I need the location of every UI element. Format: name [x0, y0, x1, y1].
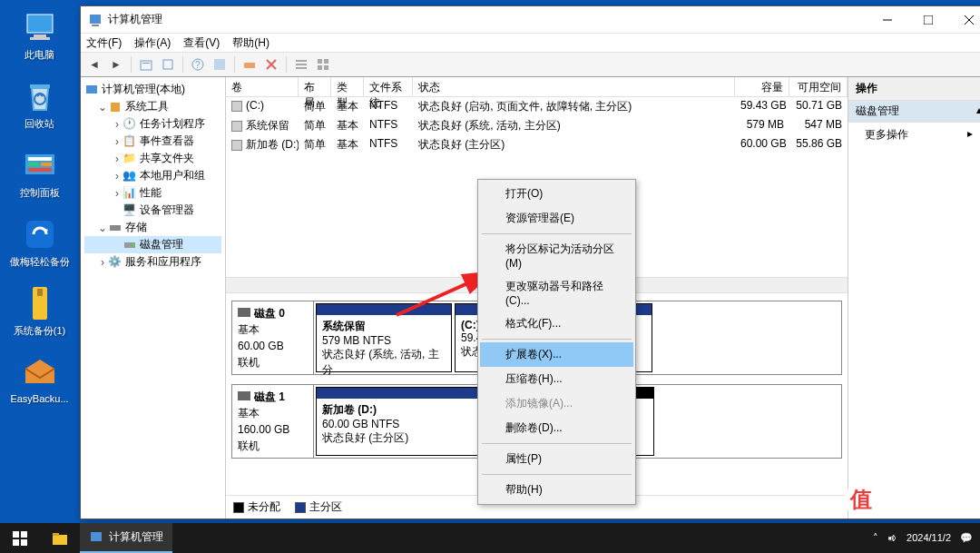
refresh-button[interactable]: [158, 54, 178, 74]
menubar: 文件(F) 操作(A) 查看(V) 帮助(H): [81, 34, 980, 52]
tree-eventviewer[interactable]: ›📋事件查看器: [84, 133, 221, 150]
desktop-icons: 此电脑 回收站 控制面板 傲梅轻松备份 系统备份(1) EasyBacku...: [5, 9, 74, 420]
col-capacity[interactable]: 容量: [735, 77, 789, 96]
svg-rect-44: [21, 539, 27, 546]
context-menu-item[interactable]: 资源管理器(E): [480, 206, 633, 231]
menu-view[interactable]: 查看(V): [183, 35, 220, 51]
svg-rect-2: [30, 37, 50, 40]
svg-rect-13: [90, 15, 101, 24]
partition[interactable]: 新加卷 (D:)60.00 GB NTFS状态良好 (主分区): [316, 387, 479, 456]
tree-users[interactable]: ›👥本地用户和组: [84, 167, 221, 184]
taskbar: 计算机管理 ˄ 🕫 2024/11/2 💬: [0, 523, 980, 553]
titlebar[interactable]: 计算机管理: [81, 6, 980, 34]
svg-rect-30: [296, 67, 307, 69]
tree-sharedfolders[interactable]: ›📁共享文件夹: [84, 150, 221, 167]
svg-rect-46: [53, 533, 59, 536]
svg-rect-42: [21, 531, 27, 538]
svg-rect-20: [142, 63, 150, 64]
menu-separator: [482, 443, 632, 444]
svg-rect-25: [244, 63, 255, 68]
col-layout[interactable]: 布局: [299, 77, 331, 96]
col-free[interactable]: 可用空间: [789, 77, 848, 96]
svg-rect-32: [324, 59, 328, 64]
view-grid-icon[interactable]: [313, 54, 333, 74]
tree-systools[interactable]: ⌄系统工具: [84, 98, 221, 115]
svg-rect-41: [13, 531, 19, 538]
back-button[interactable]: ◄: [84, 54, 104, 74]
context-menu-item[interactable]: 更改驱动器号和路径(C)...: [480, 274, 633, 311]
col-status[interactable]: 状态: [413, 77, 735, 96]
disk-info[interactable]: 磁盘 1基本160.00 GB联机: [232, 385, 314, 458]
separator: [286, 56, 287, 73]
taskbar-app[interactable]: 计算机管理: [80, 523, 172, 553]
menu-file[interactable]: 文件(F): [86, 35, 122, 51]
tray-icon[interactable]: ˄: [873, 532, 878, 544]
menu-help[interactable]: 帮助(H): [232, 35, 270, 51]
minimize-button[interactable]: [867, 6, 907, 33]
svg-rect-35: [86, 85, 97, 94]
actions-more[interactable]: 更多操作▸: [848, 123, 980, 147]
tray-icon[interactable]: 🕫: [887, 533, 897, 544]
svg-rect-24: [214, 59, 225, 70]
desktop-icon-pc[interactable]: 此电脑: [5, 9, 74, 62]
desktop-icon-recyclebin[interactable]: 回收站: [5, 78, 74, 131]
properties-icon[interactable]: [210, 54, 230, 74]
desktop-icon-backup[interactable]: 系统备份(1): [5, 285, 74, 338]
maximize-button[interactable]: [907, 6, 948, 33]
svg-rect-3: [30, 84, 50, 88]
separator: [234, 56, 235, 73]
delete-icon[interactable]: [261, 54, 281, 74]
volume-row[interactable]: 新加卷 (D:)简单基本NTFS状态良好 (主分区)60.00 GB55.86 …: [226, 135, 848, 154]
menu-separator: [482, 339, 632, 340]
context-menu-item[interactable]: 扩展卷(X)...: [480, 342, 633, 367]
tree-storage[interactable]: ⌄存储: [84, 219, 221, 236]
desktop-icon-easybackup[interactable]: EasyBacku...: [5, 354, 74, 404]
svg-rect-19: [141, 61, 152, 70]
partition[interactable]: 系统保留579 MB NTFS状态良好 (系统, 活动, 主分: [316, 303, 452, 372]
taskbar-clock[interactable]: 2024/11/2: [906, 532, 951, 544]
col-volume[interactable]: 卷: [226, 77, 299, 96]
action1-icon[interactable]: [240, 54, 260, 74]
menu-separator: [482, 233, 632, 234]
volume-headers: 卷 布局 类型 文件系统 状态 容量 可用空间: [226, 77, 848, 97]
up-button[interactable]: [136, 54, 156, 74]
context-menu-item[interactable]: 格式化(F)...: [480, 311, 633, 336]
actions-section[interactable]: 磁盘管理▴: [848, 101, 980, 123]
desktop-icon-controlpanel[interactable]: 控制面板: [5, 147, 74, 200]
col-type[interactable]: 类型: [331, 77, 364, 96]
desktop-icon-aomei[interactable]: 傲梅轻松备份: [5, 216, 74, 269]
context-menu-item[interactable]: 帮助(H): [480, 478, 633, 502]
svg-rect-29: [296, 64, 307, 65]
view-list-icon[interactable]: [291, 54, 311, 74]
tree-perf[interactable]: ›📊性能: [84, 184, 221, 202]
tree-services[interactable]: ›⚙️服务和应用程序: [84, 253, 221, 271]
help-icon[interactable]: ?: [188, 54, 208, 74]
navigation-tree: 计算机管理(本地) ⌄系统工具 ›🕐任务计划程序 ›📋事件查看器 ›📁共享文件夹…: [81, 77, 226, 518]
col-fs[interactable]: 文件系统: [364, 77, 413, 96]
context-menu-item[interactable]: 删除卷(D)...: [480, 416, 633, 440]
context-menu-item[interactable]: 将分区标记为活动分区(M): [480, 237, 633, 274]
context-menu-item[interactable]: 属性(P): [480, 447, 633, 471]
volume-row[interactable]: 系统保留简单基本NTFS状态良好 (系统, 活动, 主分区)579 MB547 …: [226, 116, 848, 135]
svg-rect-12: [37, 289, 43, 296]
menu-action[interactable]: 操作(A): [134, 35, 171, 51]
watermark: 值 什么值得买: [844, 482, 975, 517]
start-button[interactable]: [0, 523, 40, 553]
tree-devmgr[interactable]: 🖥️设备管理器: [84, 202, 221, 219]
notifications-icon[interactable]: 💬: [960, 532, 973, 544]
forward-button[interactable]: ►: [106, 54, 126, 74]
disk-info[interactable]: 磁盘 0基本60.00 GB联机: [232, 301, 314, 374]
tree-root[interactable]: 计算机管理(本地): [84, 81, 221, 98]
svg-rect-43: [13, 539, 19, 546]
tree-scheduler[interactable]: ›🕐任务计划程序: [84, 115, 221, 133]
context-menu-item[interactable]: 打开(O): [480, 182, 633, 206]
svg-rect-21: [163, 60, 172, 69]
tree-diskmgmt[interactable]: 磁盘管理: [84, 236, 221, 253]
app-icon: [88, 13, 103, 27]
context-menu-item[interactable]: 压缩卷(H)...: [480, 367, 633, 391]
close-button[interactable]: [948, 6, 980, 33]
explorer-button[interactable]: [40, 523, 80, 553]
svg-rect-45: [53, 535, 67, 545]
volume-row[interactable]: (C:)简单基本NTFS状态良好 (启动, 页面文件, 故障转储, 主分区)59…: [226, 97, 848, 116]
context-menu: 打开(O)资源管理器(E)将分区标记为活动分区(M)更改驱动器号和路径(C)..…: [477, 179, 636, 505]
